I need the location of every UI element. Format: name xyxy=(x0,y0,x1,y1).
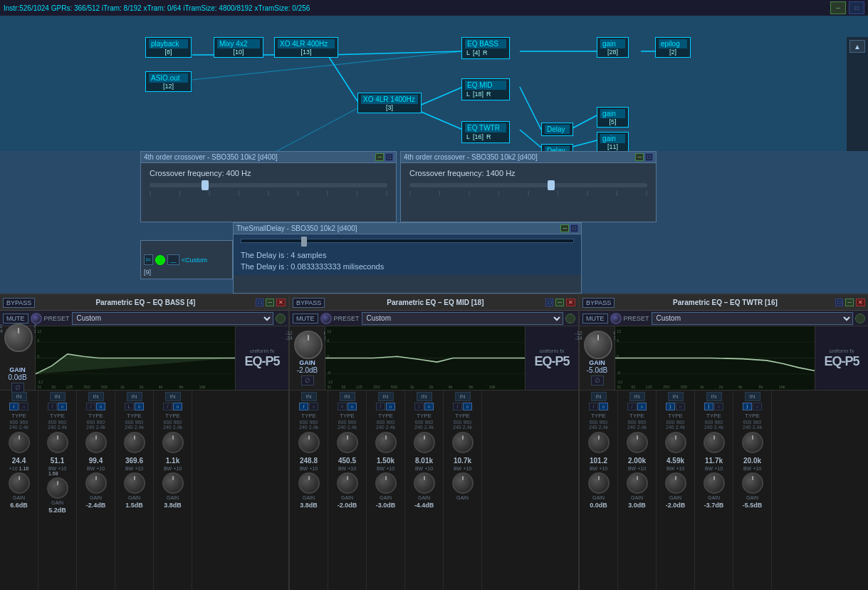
eq-mid-band-5-filter-a[interactable]: / xyxy=(453,403,462,410)
eq-bass-band-2-freq-knob[interactable] xyxy=(47,432,68,453)
eq-twtr-bypass-btn[interactable]: BYPASS xyxy=(582,298,615,308)
eq-mid-band-4-gain-knob[interactable] xyxy=(414,472,435,494)
node-epilog[interactable]: epilog [2] xyxy=(655,37,691,58)
eq-bass-band-5-enable[interactable]: IN xyxy=(165,392,181,401)
small-btn-2[interactable]: __ xyxy=(167,254,179,265)
eq-bass-band-1-filter-lc[interactable]: / xyxy=(9,403,19,410)
eq-mid-reset-btn[interactable] xyxy=(565,314,575,324)
eq-bass-band-3-freq-knob[interactable] xyxy=(85,432,107,453)
eq-twtr-band-5-filter-b[interactable]: ∩ xyxy=(753,403,762,410)
node-eq-twtr[interactable]: EQ TWTR L [16] R xyxy=(461,121,510,143)
crossover-1-min-btn[interactable]: ─ xyxy=(375,153,384,161)
eq-twtr-band-4-filter-b[interactable]: ∩ xyxy=(714,403,723,410)
eq-bass-band-1-freq-knob[interactable] xyxy=(9,432,30,453)
eq-bass-band-4-filter-bell[interactable]: ∩ xyxy=(135,403,144,410)
eq-twtr-band-5-freq-knob[interactable] xyxy=(742,432,763,453)
delay-slider-thumb[interactable] xyxy=(301,237,307,247)
eq-twtr-mute-btn[interactable]: MUTE xyxy=(582,314,608,324)
node-eq-bass[interactable]: EQ BASS L [4] R xyxy=(461,37,510,59)
eq-bass-band-4-gain-knob[interactable] xyxy=(124,472,145,494)
eq-bass-band-1-gain-knob[interactable] xyxy=(9,472,30,494)
eq-bass-power-knob[interactable] xyxy=(31,313,42,324)
crossover-2-max-btn[interactable]: □ xyxy=(645,153,653,161)
crossover-2-slider-track[interactable] xyxy=(409,183,647,187)
eq-twtr-band-3-enable[interactable]: IN xyxy=(668,392,684,401)
eq-twtr-band-3-gain-knob[interactable] xyxy=(665,472,686,494)
node-xo400[interactable]: XO 4LR 400Hz [13] xyxy=(274,37,338,58)
eq-bass-band-5-filter-bell[interactable]: ∩ xyxy=(173,403,182,410)
eq-twtr-power-knob[interactable] xyxy=(610,313,622,324)
eq-bass-band-3-gain-knob[interactable] xyxy=(85,472,107,494)
eq-bass-max-btn[interactable]: □ xyxy=(256,299,263,306)
eq-twtr-band-3-filter-a[interactable]: ⟩ xyxy=(666,403,675,410)
eq-twtr-band-3-filter-b[interactable]: ∩ xyxy=(676,403,685,410)
eq-bass-mute-btn[interactable]: MUTE xyxy=(3,314,28,324)
eq-mid-gain-knob[interactable] xyxy=(294,331,323,359)
eq-mid-band-1-filter-a[interactable]: / xyxy=(299,403,308,410)
eq-bass-band-4-enable[interactable]: IN xyxy=(127,392,142,401)
eq-twtr-band-1-gain-knob[interactable] xyxy=(588,472,610,494)
eq-mid-band-2-gain-knob[interactable] xyxy=(337,472,358,494)
eq-twtr-reset-btn[interactable] xyxy=(855,314,865,324)
eq-mid-max-btn[interactable]: □ xyxy=(545,299,553,306)
eq-bass-preset-select[interactable]: Custom xyxy=(72,312,273,325)
eq-mid-band-2-filter-a[interactable]: < xyxy=(338,403,347,410)
eq-mid-preset-select[interactable]: Custom xyxy=(362,312,563,325)
eq-mid-power-knob[interactable] xyxy=(320,313,332,324)
eq-twtr-band-4-gain-knob[interactable] xyxy=(704,472,725,494)
scroll-up-btn[interactable]: ▲ xyxy=(849,40,865,53)
node-gain2[interactable]: gain [5] xyxy=(597,107,629,128)
eq-mid-band-1-enable[interactable]: IN xyxy=(301,392,317,401)
eq-bass-reset-btn[interactable] xyxy=(276,314,286,324)
eq-mid-band-5-gain-knob[interactable] xyxy=(452,472,474,494)
eq-bass-band-3-enable[interactable]: IN xyxy=(88,392,104,401)
eq-twtr-max-btn[interactable]: □ xyxy=(835,299,843,306)
delay-max-btn[interactable]: □ xyxy=(570,224,578,232)
node-gain3[interactable]: gain [11] xyxy=(597,132,629,152)
node-gain1[interactable]: gain [28] xyxy=(597,37,629,58)
eq-mid-band-3-filter-b[interactable]: ∩ xyxy=(386,403,395,410)
eq-bass-band-5-freq-knob[interactable] xyxy=(162,432,184,453)
eq-bass-band-1-filter-bell[interactable]: ∩ xyxy=(19,403,28,410)
node-mixy[interactable]: Mixy 4x2 [10] xyxy=(214,37,263,58)
eq-mid-band-1-gain-knob[interactable] xyxy=(298,472,320,494)
eq-twtr-band-2-freq-knob[interactable] xyxy=(627,432,648,453)
eq-bass-min-btn[interactable]: ─ xyxy=(266,299,274,306)
node-asio-out[interactable]: ASIO.out [12] xyxy=(145,71,192,92)
eq-mid-band-5-enable[interactable]: IN xyxy=(455,392,471,401)
minimize-btn[interactable]: ─ xyxy=(830,1,846,14)
eq-twtr-band-1-enable[interactable]: IN xyxy=(591,392,607,401)
eq-bass-bypass-btn[interactable]: BYPASS xyxy=(3,298,35,308)
eq-twtr-band-1-filter-a[interactable]: / xyxy=(589,403,598,410)
eq-bass-band-3-filter-bell[interactable]: ∩ xyxy=(96,403,105,410)
eq-twtr-band-2-filter-b[interactable]: ∩ xyxy=(637,403,647,410)
eq-twtr-band-5-enable[interactable]: IN xyxy=(745,392,760,401)
eq-mid-mute-btn[interactable]: MUTE xyxy=(293,314,318,324)
eq-mid-band-2-enable[interactable]: IN xyxy=(340,392,355,401)
eq-twtr-phase-btn[interactable]: ∅ xyxy=(591,376,604,385)
eq-bass-band-5-filter-lc[interactable]: / xyxy=(163,403,172,410)
eq-mid-band-5-freq-knob[interactable] xyxy=(452,432,474,453)
eq-bass-gain-knob[interactable] xyxy=(4,324,33,352)
eq-twtr-band-5-filter-a[interactable]: ⟩ xyxy=(743,403,752,410)
eq-bass-band-2-filter-bell[interactable]: ∩ xyxy=(58,403,67,410)
eq-twtr-band-1-freq-knob[interactable] xyxy=(588,432,610,453)
eq-bass-band-2-gain-knob[interactable] xyxy=(47,477,68,499)
node-playback[interactable]: playback [8] xyxy=(145,37,192,58)
eq-twtr-band-2-enable[interactable]: IN xyxy=(629,392,645,401)
eq-twtr-preset-select[interactable]: Custom xyxy=(652,312,853,325)
eq-mid-band-2-filter-b[interactable]: ∩ xyxy=(347,403,357,410)
eq-twtr-min-btn[interactable]: ─ xyxy=(845,299,854,306)
eq-twtr-close-btn[interactable]: ✕ xyxy=(856,299,865,306)
eq-twtr-band-4-enable[interactable]: IN xyxy=(706,392,722,401)
small-btn-1[interactable]: I= xyxy=(144,254,153,265)
eq-twtr-band-3-freq-knob[interactable] xyxy=(665,432,686,453)
maximize-btn[interactable]: □ xyxy=(849,1,864,14)
eq-bass-band-4-filter-lc[interactable]: L xyxy=(125,403,134,410)
eq-bass-band-2-enable[interactable]: IN xyxy=(50,392,66,401)
eq-bass-band-4-freq-knob[interactable] xyxy=(124,432,145,453)
eq-mid-band-3-filter-a[interactable]: / xyxy=(376,403,385,410)
crossover-1-slider-track[interactable] xyxy=(150,183,387,187)
eq-twtr-band-1-filter-b[interactable]: ∩ xyxy=(599,403,608,410)
eq-mid-bypass-btn[interactable]: BYPASS xyxy=(293,298,325,308)
